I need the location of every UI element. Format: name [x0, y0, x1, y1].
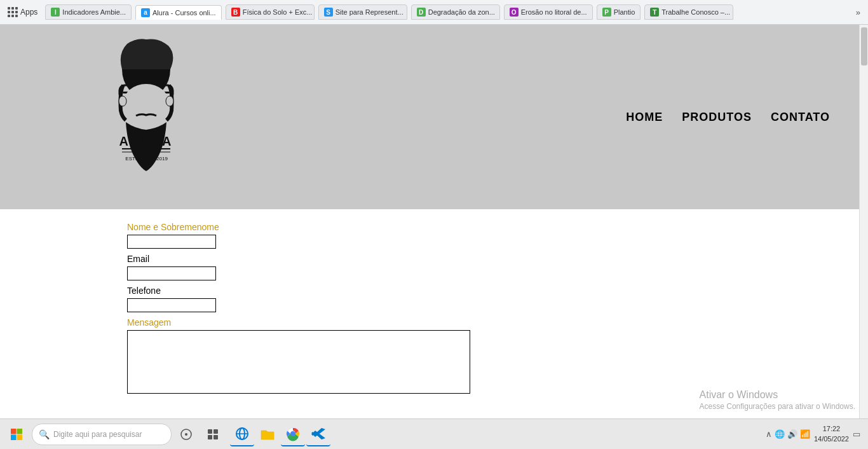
- browser-tab-4[interactable]: S Site para Represent...: [318, 4, 407, 20]
- contact-form-area: Nome e Sobremenome Email Telefone Mensag…: [0, 209, 868, 418]
- watermark-line2: Acesse Configurações para ativar o Windo…: [700, 402, 855, 411]
- nav-products[interactable]: PRODUTOS: [682, 111, 752, 124]
- windows-start-icon: [10, 428, 23, 441]
- svg-rect-13: [11, 429, 17, 434]
- svg-rect-20: [214, 429, 218, 434]
- tab-label-6: Erosão no litoral de...: [521, 8, 587, 16]
- tab-favicon-7: P: [602, 8, 611, 17]
- search-placeholder: Digite aqui para pesquisar: [53, 430, 142, 439]
- tab-label-1: Indicadores Ambie...: [62, 8, 126, 16]
- browser-tab-8[interactable]: T Trabalhe Conosco –...: [644, 4, 733, 20]
- show-desktop-icon[interactable]: ▭: [853, 429, 860, 439]
- task-view-icon: [180, 429, 192, 440]
- browser-tab-6[interactable]: O Erosão no litoral de...: [504, 4, 593, 20]
- svg-rect-16: [17, 434, 23, 440]
- scrollbar-thumb[interactable]: [861, 27, 867, 66]
- taskbar-search[interactable]: 🔍 Digite aqui para pesquisar: [32, 424, 172, 445]
- start-button[interactable]: [4, 422, 29, 447]
- taskbar-ie-icon[interactable]: [230, 422, 254, 446]
- tab-label-5: Degradação da zon...: [428, 8, 495, 16]
- volume-icon[interactable]: 🔊: [787, 429, 797, 439]
- email-group: Email: [127, 254, 868, 280]
- chrome-icon: [285, 426, 301, 441]
- svg-rect-19: [208, 429, 212, 434]
- message-textarea[interactable]: [127, 330, 470, 394]
- phone-input[interactable]: [127, 298, 216, 312]
- taskbar-vscode-icon[interactable]: [306, 422, 330, 446]
- tab-label-2: Alura - Cursos onli...: [153, 9, 216, 17]
- tab-favicon-8: T: [650, 8, 659, 17]
- name-label: Nome e Sobremenome: [127, 222, 868, 232]
- up-arrow-tray[interactable]: ∧: [766, 429, 772, 439]
- taskbar-right: ∧ 🌐 🔊 📶 17:22 14/05/2022 ▭: [766, 424, 864, 444]
- apps-button[interactable]: Apps: [4, 4, 41, 20]
- nav-home[interactable]: HOME: [626, 111, 663, 124]
- tab-label-3: Física do Solo + Exc...: [243, 8, 313, 16]
- svg-text:ESTD: ESTD: [125, 156, 139, 162]
- page-scrollbar[interactable]: [859, 25, 868, 418]
- svg-text:ALURA: ALURA: [119, 134, 173, 148]
- vscode-icon: [311, 426, 326, 441]
- tab-favicon-6: O: [510, 8, 519, 17]
- taskbar-apps: [230, 422, 330, 446]
- brand-logo: ALURA ESTD 2019: [102, 34, 191, 200]
- svg-point-28: [291, 431, 295, 436]
- tray-icons: ∧ 🌐 🔊 📶: [766, 429, 810, 439]
- svg-rect-22: [214, 435, 218, 439]
- svg-rect-15: [11, 434, 17, 440]
- taskbar-view-button[interactable]: [201, 422, 225, 446]
- browser-tab-1[interactable]: I Indicadores Ambie...: [45, 4, 132, 20]
- more-tabs-button[interactable]: »: [852, 6, 864, 18]
- taskbar-view-icon: [207, 429, 219, 440]
- phone-group: Telefone: [127, 286, 868, 312]
- hero-section: ALURA ESTD 2019 HOME PRODUTOS CONTATO: [0, 25, 868, 209]
- clock-time: 17:22: [814, 424, 849, 434]
- tab-label-4: Site para Represent...: [336, 8, 403, 16]
- browser-tab-7[interactable]: P Plantio: [597, 4, 641, 20]
- task-view-button[interactable]: [174, 422, 198, 446]
- apps-grid-icon: [8, 7, 18, 17]
- taskbar-filemanager-icon[interactable]: [255, 422, 280, 446]
- tab-favicon-4: S: [324, 8, 333, 17]
- svg-text:2019: 2019: [156, 156, 168, 162]
- tab-favicon-1: I: [51, 8, 60, 17]
- main-nav: HOME PRODUTOS CONTATO: [626, 111, 830, 124]
- logo-area: ALURA ESTD 2019: [102, 34, 191, 200]
- svg-point-5: [123, 84, 169, 122]
- nav-contact[interactable]: CONTATO: [771, 111, 830, 124]
- svg-point-7: [166, 96, 173, 106]
- message-label: Mensagem: [127, 317, 868, 328]
- clock-date: 14/05/2022: [814, 434, 849, 444]
- apps-label: Apps: [20, 8, 37, 17]
- page-content: ALURA ESTD 2019 HOME PRODUTOS CONTATO No…: [0, 25, 868, 418]
- folder-icon: [260, 427, 275, 442]
- phone-label: Telefone: [127, 286, 868, 296]
- browser-tab-2[interactable]: a Alura - Cursos onli...: [135, 5, 222, 20]
- search-icon: 🔍: [39, 429, 50, 439]
- tab-favicon-3: B: [231, 8, 240, 17]
- tab-label-8: Trabalhe Conosco –...: [661, 8, 730, 16]
- svg-point-18: [185, 433, 187, 436]
- watermark-line1: Ativar o Windows: [700, 389, 855, 401]
- taskbar: 🔍 Digite aqui para pesquisar: [0, 418, 868, 449]
- tab-favicon-2: a: [141, 8, 150, 17]
- email-label: Email: [127, 254, 868, 264]
- svg-rect-14: [17, 429, 23, 434]
- taskbar-clock[interactable]: 17:22 14/05/2022: [814, 424, 849, 444]
- svg-rect-21: [208, 435, 212, 439]
- svg-point-6: [119, 96, 126, 106]
- network-icon[interactable]: 🌐: [775, 429, 785, 439]
- email-input[interactable]: [127, 266, 216, 280]
- ie-icon: [234, 426, 250, 441]
- windows-watermark: Ativar o Windows Acesse Configurações pa…: [700, 389, 855, 411]
- tab-label-7: Plantio: [614, 8, 635, 16]
- name-group: Nome e Sobremenome: [127, 222, 868, 249]
- tab-favicon-5: D: [417, 8, 426, 17]
- browser-tab-bar: Apps I Indicadores Ambie... a Alura - Cu…: [0, 0, 868, 25]
- name-input[interactable]: [127, 235, 216, 249]
- browser-tab-3[interactable]: B Física do Solo + Exc...: [226, 4, 315, 20]
- wifi-icon[interactable]: 📶: [800, 429, 810, 439]
- taskbar-chrome-icon[interactable]: [281, 422, 305, 446]
- browser-tab-5[interactable]: D Degradação da zon...: [411, 4, 500, 20]
- message-group: Mensagem: [127, 317, 868, 394]
